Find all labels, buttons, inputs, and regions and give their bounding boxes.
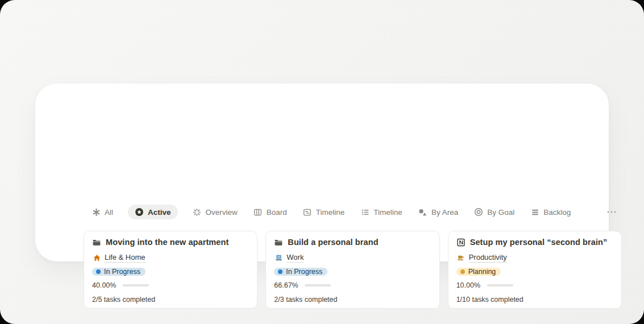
- folder-icon: [274, 238, 283, 247]
- project-title: Build a personal brand: [288, 238, 378, 247]
- status-dot: [278, 269, 282, 274]
- asterisk-icon: [92, 207, 101, 217]
- coffee-icon: [456, 254, 466, 263]
- project-cards-row: Moving into the new apartment Life & Hom…: [84, 231, 622, 309]
- more-ellipsis-icon[interactable]: [604, 206, 620, 218]
- tab-overview[interactable]: Overview: [192, 205, 239, 219]
- status-dot: [96, 269, 101, 274]
- tab-label: Board: [267, 208, 287, 217]
- area-link[interactable]: Work: [286, 253, 304, 263]
- bulleted-list-icon: [360, 207, 369, 217]
- rows-icon: [530, 207, 539, 217]
- status-badge: In Progress: [274, 268, 327, 276]
- tab-backlog[interactable]: Backlog: [529, 205, 572, 219]
- target-icon: [474, 207, 483, 217]
- view-tab-bar: All Active Overview Board: [90, 203, 572, 221]
- tab-label: Timeline: [373, 208, 402, 217]
- tab-board[interactable]: Board: [252, 205, 288, 219]
- board-columns-icon: [254, 207, 263, 217]
- tasks-completed-text: 1/10 tasks completed: [456, 296, 612, 304]
- projects-panel: All Active Overview Board: [35, 84, 609, 261]
- project-card[interactable]: Moving into the new apartment Life & Hom…: [84, 231, 257, 309]
- progress-percent: 40.00%: [92, 281, 118, 289]
- house-icon: [92, 254, 101, 263]
- tab-timeline-2[interactable]: Timeline: [359, 205, 404, 219]
- notion-logo-icon: [456, 238, 466, 247]
- progress-percent: 10.00%: [456, 281, 483, 289]
- status-label: Planning: [468, 268, 496, 276]
- area-link[interactable]: Productivity: [469, 253, 507, 263]
- progress-bar: [487, 284, 513, 286]
- status-label: In Progress: [286, 268, 322, 276]
- app-window: All Active Overview Board: [0, 0, 644, 324]
- tasks-completed-text: 2/3 tasks completed: [274, 296, 430, 304]
- tab-label: All: [105, 208, 113, 217]
- project-title: Setup my personal “second brain”: [470, 238, 608, 247]
- laptop-icon: [274, 254, 283, 263]
- tab-label: Timeline: [316, 208, 345, 217]
- folder-icon: [92, 238, 101, 247]
- star-circle-icon: [135, 207, 144, 217]
- progress-bar: [123, 284, 149, 286]
- tasks-completed-text: 2/5 tasks completed: [92, 296, 248, 304]
- status-label: In Progress: [104, 268, 140, 276]
- progress-bar: [305, 284, 331, 286]
- tab-all[interactable]: All: [90, 205, 114, 219]
- shapes-icon: [418, 207, 427, 217]
- page-lines-icon: [303, 207, 312, 217]
- tab-timeline-1[interactable]: Timeline: [302, 205, 346, 219]
- tab-by-goal[interactable]: By Goal: [473, 205, 516, 219]
- tab-label: By Area: [431, 208, 458, 217]
- tab-by-area[interactable]: By Area: [417, 205, 459, 219]
- area-link[interactable]: Life & Home: [105, 253, 146, 263]
- status-badge: Planning: [456, 268, 501, 276]
- tab-label: Active: [148, 208, 171, 217]
- tab-label: Overview: [206, 208, 238, 217]
- tab-label: By Goal: [487, 208, 514, 217]
- tab-label: Backlog: [543, 208, 571, 217]
- project-title: Moving into the new apartment: [106, 238, 228, 247]
- status-badge: In Progress: [92, 268, 146, 276]
- project-card[interactable]: Setup my personal “second brain” Product…: [448, 231, 622, 309]
- project-card[interactable]: Build a personal brand Work In Progress …: [265, 231, 439, 309]
- status-dot: [460, 269, 465, 274]
- tab-active[interactable]: Active: [128, 205, 178, 219]
- spinner-icon: [193, 207, 202, 217]
- progress-percent: 66.67%: [274, 281, 300, 289]
